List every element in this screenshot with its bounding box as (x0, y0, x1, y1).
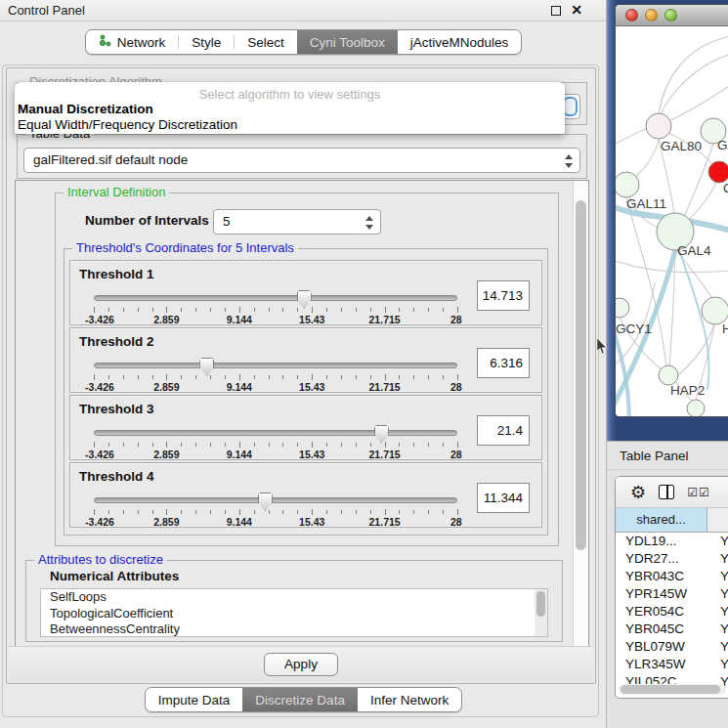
table-row[interactable]: YBR045CYBR0 (616, 621, 728, 638)
table-row[interactable]: YDR27...YDR2 (616, 550, 728, 568)
table-window: ⚙ ☑☑ shared... na YDL19...YDL1 YDR27...Y… (615, 476, 728, 699)
network-window-titlebar (616, 5, 728, 26)
dropdown-option-manual[interactable]: Manual Discretization (15, 102, 565, 117)
column-header-shared[interactable]: shared... (616, 508, 707, 532)
table-row[interactable]: YBL079WYBL0 (616, 638, 728, 656)
horizontal-scrollbar-thumb[interactable] (621, 685, 720, 694)
combobox-spinner-icon[interactable] (564, 153, 573, 169)
node-label-cut-red: C (723, 181, 728, 195)
table-data-group: Table Data galFiltered.sif default node (17, 134, 587, 179)
apply-strip: Apply (9, 646, 593, 681)
list-scrollbar[interactable] (535, 589, 547, 636)
tab-network[interactable]: Network (86, 30, 179, 54)
node-label-cut-right: H (722, 321, 728, 336)
threshold-2-slider[interactable]: -3.4262.8599.14415.4321.71528 (94, 358, 457, 391)
vertical-scrollbar[interactable] (573, 181, 588, 646)
screenshot-root: Control Panel ✕ Network (0, 0, 728, 728)
threshold-3-slider[interactable]: -3.4262.8599.14415.4321.71528 (94, 425, 457, 458)
attributes-group: Attributes to discretize Numerical Attri… (25, 560, 563, 642)
threshold-4-slider[interactable]: -3.4262.8599.14415.4321.71528 (94, 492, 457, 526)
node-right-mid[interactable] (702, 297, 728, 324)
column-layout-icon[interactable] (659, 485, 674, 499)
threshold-panel-4: Threshold 4 -3.4262.8599.14415.4321.7152… (69, 462, 542, 528)
list-scrollbar-thumb[interactable] (536, 591, 545, 617)
table-rows: YDL19...YDL1 YDR27...YDR2 YBR043CYBR0 YP… (616, 533, 728, 691)
attributes-group-title: Attributes to discretize (34, 553, 167, 567)
vertical-scrollbar-thumb[interactable] (576, 200, 586, 550)
close-traffic-light[interactable] (625, 9, 638, 21)
network-canvas[interactable]: GAL80 GA C GAL11 GAL4 GCY1 H HAP2 (616, 26, 728, 416)
threshold-2-label: Threshold 2 (79, 334, 154, 349)
table-panel-titlebar: Table Panel (607, 441, 728, 470)
list-item[interactable]: BetweennessCentrality (41, 621, 547, 637)
slider-track[interactable] (94, 497, 457, 503)
table-header-row: shared... na (616, 508, 728, 533)
table-row[interactable]: YER054CYER0 (616, 603, 728, 621)
node-label-gcy1: GCY1 (616, 321, 652, 336)
slider-ticks (94, 307, 457, 313)
node-label-gal80: GAL80 (661, 139, 702, 153)
threshold-4-label: Threshold 4 (79, 469, 154, 484)
control-panel-title: Control Panel (8, 3, 85, 18)
list-item[interactable]: SelfLoops (41, 589, 547, 606)
list-item[interactable]: TopologicalCoefficient (41, 606, 547, 622)
close-icon[interactable]: ✕ (571, 2, 582, 18)
tab-discretize-data[interactable]: Discretize Data (242, 688, 358, 711)
network-icon (99, 34, 111, 50)
interval-definition-group: Interval Definition Number of Intervals … (55, 193, 559, 546)
minimize-traffic-light[interactable] (645, 9, 658, 21)
zoom-traffic-light[interactable] (664, 9, 677, 21)
spinner-arrows-icon[interactable] (364, 215, 373, 231)
column-header-name[interactable]: na (707, 508, 728, 532)
gear-icon[interactable]: ⚙ (630, 484, 646, 501)
threshold-4-value-field[interactable]: 11.344 (477, 483, 530, 513)
threshold-1-label: Threshold 1 (79, 267, 154, 281)
tab-jactivemnodules[interactable]: jActiveMNodules (398, 30, 522, 54)
network-view-window: GAL80 GA C GAL11 GAL4 GCY1 H HAP2 (615, 4, 728, 417)
node-red[interactable] (708, 161, 728, 183)
node-gal80[interactable] (646, 113, 671, 139)
float-panel-icon[interactable] (551, 6, 561, 16)
thresholds-group: Threshold's Coordinates for 5 Intervals … (64, 248, 548, 535)
network-desktop-area: GAL80 GA C GAL11 GAL4 GCY1 H HAP2 (607, 0, 728, 441)
slider-track[interactable] (94, 430, 457, 436)
slider-track[interactable] (94, 363, 457, 368)
tab-infer-network[interactable]: Infer Network (358, 688, 461, 711)
table-data-value: galFiltered.sif default node (33, 152, 188, 167)
table-data-combobox[interactable]: galFiltered.sif default node (23, 148, 580, 173)
slider-tick-labels: -3.4262.8599.14415.4321.71528 (94, 449, 457, 459)
combobox-dropdown-button[interactable] (563, 97, 578, 116)
threshold-2-value-field[interactable]: 6.316 (477, 348, 530, 378)
number-of-intervals-spinner[interactable]: 5 (213, 209, 381, 235)
node-hap2[interactable] (659, 365, 678, 385)
thresholds-group-title: Threshold's Coordinates for 5 Intervals (72, 241, 298, 255)
node-label-gal11: GAL11 (626, 196, 666, 211)
number-of-intervals-label: Number of Intervals (85, 213, 209, 228)
threshold-panel-1: Threshold 1 -3.4262.8599.14415.4321.7152… (69, 260, 542, 325)
top-tabbar: Network Style Select Cyni Toolbox jActiv… (85, 29, 523, 55)
table-row[interactable]: YLR345WYLR3 (616, 656, 728, 673)
tab-cyni-toolbox[interactable]: Cyni Toolbox (297, 30, 398, 54)
node-label-hap2: HAP2 (670, 383, 705, 398)
dropdown-option-equal-width[interactable]: Equal Width/Frequency Discretization (15, 117, 565, 133)
tab-select[interactable]: Select (235, 30, 297, 54)
node-gal11[interactable] (616, 172, 639, 197)
node-bottom[interactable] (687, 400, 705, 416)
horizontal-scrollbar[interactable] (619, 684, 726, 695)
table-row[interactable]: YPR145WYPR1 (616, 585, 728, 603)
node-gcy1[interactable] (616, 298, 629, 318)
node-label-gal4: GAL4 (677, 243, 711, 258)
table-row[interactable]: YDL19...YDL1 (616, 533, 728, 550)
threshold-1-slider[interactable]: -3.4262.8599.14415.4321.71528 (94, 290, 457, 323)
apply-button[interactable]: Apply (264, 653, 338, 676)
tab-impute-data[interactable]: Impute Data (146, 688, 243, 711)
tab-style[interactable]: Style (179, 30, 234, 54)
slider-track[interactable] (94, 295, 457, 301)
table-panel-title: Table Panel (620, 449, 689, 463)
threshold-3-value-field[interactable]: 21.4 (477, 415, 530, 446)
top-tab-row: Network Style Select Cyni Toolbox jActiv… (0, 29, 607, 55)
threshold-1-value-field[interactable]: 14.713 (477, 280, 530, 311)
numerical-attributes-list[interactable]: SelfLoops TopologicalCoefficient Between… (40, 588, 548, 637)
table-row[interactable]: YBR043CYBR0 (616, 568, 728, 585)
select-columns-icon[interactable]: ☑☑ (687, 486, 710, 499)
